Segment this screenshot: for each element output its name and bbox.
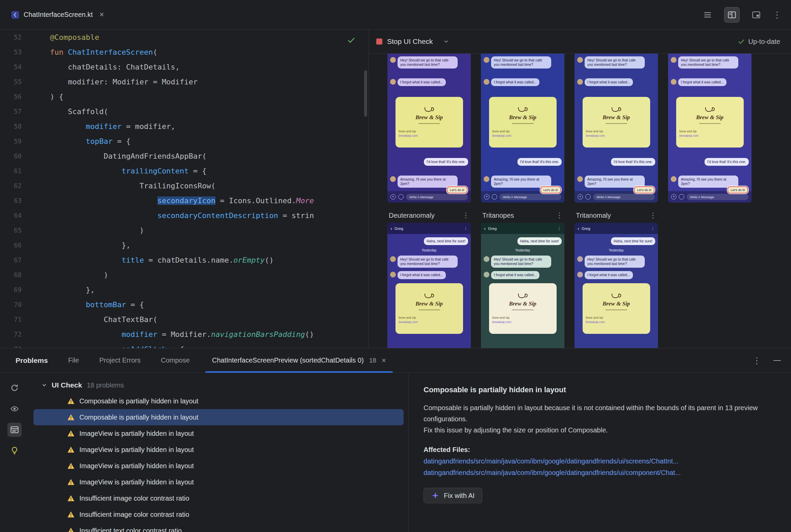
- preview-menu-icon[interactable]: ⋮: [462, 211, 470, 220]
- line-number[interactable]: 68: [0, 271, 22, 279]
- line-number[interactable]: 62: [0, 182, 22, 189]
- tab-project-errors[interactable]: Project Errors: [99, 357, 141, 364]
- code-line[interactable]: 63 secondaryIcon = Icons.Outlined.More: [0, 193, 368, 208]
- code-line[interactable]: 72 modifier = Modifier.navigationBarsPad…: [0, 327, 368, 342]
- line-number[interactable]: 59: [0, 137, 22, 145]
- problem-row[interactable]: ImageView is partially hidden in layout: [33, 441, 404, 458]
- flagged-composable[interactable]: Let's do it!: [634, 186, 655, 192]
- line-number[interactable]: 69: [0, 286, 22, 293]
- code-line[interactable]: 56) {: [0, 89, 368, 104]
- line-number[interactable]: 64: [0, 212, 22, 219]
- code-line[interactable]: 55 modifier: Modifier = Modifier: [0, 74, 368, 89]
- line-number[interactable]: 58: [0, 122, 22, 130]
- line-number[interactable]: 66: [0, 241, 22, 249]
- code-line[interactable]: 60 DatingAndFriendsAppBar(: [0, 149, 368, 164]
- preview-phone[interactable]: Hey! Should we go to that cafe you menti…: [387, 54, 471, 203]
- problem-row[interactable]: Insufficient image color contrast ratio: [33, 490, 404, 506]
- code-line[interactable]: 54 chatDetails: ChatDetails,: [0, 59, 368, 74]
- more-options-icon[interactable]: ⋮: [753, 356, 761, 365]
- chevron-down-icon[interactable]: [443, 39, 449, 44]
- write-message-input: Write A Message: [687, 194, 749, 200]
- quickfix-bulb-icon[interactable]: [7, 443, 22, 458]
- line-number[interactable]: 54: [0, 63, 22, 71]
- preview-menu-icon[interactable]: ⋮: [649, 211, 657, 220]
- code-line[interactable]: 71 ChatTextBar(: [0, 312, 368, 327]
- close-tab-icon[interactable]: ×: [382, 357, 386, 364]
- code-line[interactable]: 65 ): [0, 223, 368, 238]
- line-number[interactable]: 65: [0, 227, 22, 234]
- line-number[interactable]: 52: [0, 33, 22, 41]
- code-line[interactable]: 61 trailingContent = {: [0, 164, 368, 178]
- refresh-icon[interactable]: [7, 381, 22, 395]
- line-number[interactable]: 67: [0, 256, 22, 264]
- line-number[interactable]: 72: [0, 330, 22, 338]
- editor-scrollbar[interactable]: [364, 70, 367, 117]
- preview-phone[interactable]: ‹Greg⋮Haha, next time for sure!Yesterday…: [481, 223, 564, 348]
- flagged-composable[interactable]: Let's do it!: [728, 186, 748, 192]
- tab-compose[interactable]: Compose: [161, 357, 190, 364]
- problem-row[interactable]: Insufficient image color contrast ratio: [33, 506, 404, 522]
- code-line[interactable]: 59 topBar = {: [0, 134, 368, 149]
- details-view-icon[interactable]: [7, 423, 22, 437]
- editor-tab[interactable]: ChatInterfaceScreen.kt ×: [7, 0, 107, 30]
- split-view-icon[interactable]: [724, 7, 740, 23]
- code-line[interactable]: 53fun ChatInterfaceScreen(: [0, 44, 368, 59]
- line-number[interactable]: 60: [0, 152, 22, 160]
- line-number[interactable]: 56: [0, 93, 22, 100]
- code-line[interactable]: 68 ): [0, 267, 368, 282]
- line-number[interactable]: 53: [0, 48, 22, 56]
- more-options-icon[interactable]: ⋮: [773, 11, 781, 19]
- affected-file-link[interactable]: datingandfriends/src/main/java/com/ibm/g…: [424, 467, 775, 478]
- stop-ui-check-button[interactable]: Stop UI Check: [387, 37, 433, 45]
- preview-phone[interactable]: ‹Greg⋮Haha, next time for sure!Yesterday…: [387, 223, 471, 348]
- line-number[interactable]: 71: [0, 316, 22, 323]
- avatar: [577, 272, 583, 278]
- line-number[interactable]: 57: [0, 108, 22, 115]
- fix-with-ai-button[interactable]: Fix with AI: [424, 488, 482, 503]
- problem-row[interactable]: ImageView is partially hidden in layout: [33, 458, 404, 474]
- inspections-ok-icon[interactable]: [347, 36, 356, 46]
- hide-panel-icon[interactable]: [773, 360, 781, 361]
- preview-phone[interactable]: Hey! Should we go to that cafe you menti…: [574, 54, 658, 203]
- code-line[interactable]: 58 modifier = modifier,: [0, 119, 368, 134]
- line-number[interactable]: 61: [0, 167, 22, 174]
- line-number[interactable]: 63: [0, 197, 22, 204]
- preview-phone[interactable]: ‹Greg⋮Haha, next time for sure!Yesterday…: [574, 223, 658, 348]
- day-divider: Yesterday: [484, 248, 562, 252]
- problem-row[interactable]: Composable is partially hidden in layout: [33, 409, 404, 425]
- chat-message-incoming: Amazing, I'll see you there at 2pm?: [484, 175, 562, 188]
- preview-phone[interactable]: Hey! Should we go to that cafe you menti…: [668, 54, 752, 203]
- flagged-composable[interactable]: Let's do it!: [447, 186, 467, 192]
- affected-file-link[interactable]: datingandfriends/src/main/java/com/ibm/g…: [424, 455, 775, 467]
- tab-file[interactable]: File: [68, 357, 79, 364]
- code-line[interactable]: 73 onAddClick = {: [0, 342, 368, 348]
- problem-row[interactable]: Insufficient text color contrast ratio: [33, 522, 404, 532]
- ui-check-mode-icon[interactable]: [749, 7, 764, 23]
- flagged-composable[interactable]: Let's do it!: [540, 186, 561, 192]
- code-line[interactable]: 52@Composable: [0, 30, 368, 44]
- code-line[interactable]: 62 TrailingIconsRow(: [0, 178, 368, 193]
- preview-phone[interactable]: Hey! Should we go to that cafe you menti…: [481, 54, 564, 203]
- code-line[interactable]: 66 },: [0, 238, 368, 252]
- tab-chat-interface-preview[interactable]: ChatInterfaceScreenPreview (sortedChatDe…: [210, 348, 388, 372]
- problems-panel-title[interactable]: Problems: [16, 357, 48, 365]
- preview-menu-icon[interactable]: ⋮: [556, 211, 563, 220]
- code-line[interactable]: 69 },: [0, 282, 368, 297]
- problem-row[interactable]: ImageView is partially hidden in layout: [33, 425, 404, 441]
- stop-icon[interactable]: [376, 38, 382, 44]
- list-view-icon[interactable]: [700, 7, 715, 23]
- warning-icon: [67, 414, 75, 421]
- code-line[interactable]: 70 bottomBar = {: [0, 297, 368, 312]
- code-line[interactable]: 64 secondaryContentDescription = strin: [0, 208, 368, 223]
- close-tab-icon[interactable]: ×: [99, 11, 104, 19]
- line-number[interactable]: 70: [0, 301, 22, 308]
- code-editor[interactable]: 52@Composable53fun ChatInterfaceScreen(5…: [0, 30, 369, 348]
- code-line[interactable]: 67 title = chatDetails.name.orEmpty(): [0, 252, 368, 267]
- preview-eye-icon[interactable]: [7, 402, 22, 416]
- problems-group-header[interactable]: UI Check 18 problems: [29, 377, 408, 393]
- code-line[interactable]: 57 Scaffold(: [0, 104, 368, 119]
- problem-row[interactable]: Composable is partially hidden in layout: [33, 393, 404, 409]
- line-number[interactable]: 73: [0, 345, 22, 348]
- line-number[interactable]: 55: [0, 78, 22, 86]
- problem-row[interactable]: ImageView is partially hidden in layout: [33, 474, 404, 490]
